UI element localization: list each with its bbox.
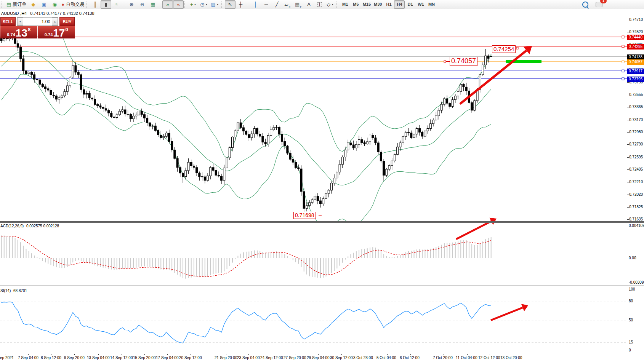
date-tick-mark xyxy=(410,354,411,355)
fibonacci-button[interactable]: ▦F xyxy=(293,0,304,9)
timeframe-h1[interactable]: H1 xyxy=(383,0,394,9)
pane-divider-macd[interactable] xyxy=(0,221,644,223)
date-tick-mark xyxy=(226,354,226,355)
timeframe-m1-label: M1 xyxy=(342,2,348,6)
timeframe-m30[interactable]: M30 xyxy=(372,0,383,9)
new-order-button-label: 新订单 xyxy=(13,1,26,8)
rsi-axis-label: 80 xyxy=(629,299,633,303)
sell-price-box[interactable]: 0.74 13 8 xyxy=(0,26,37,38)
macd-axis-label: 0.00 xyxy=(629,256,636,260)
timeframe-m5[interactable]: M5 xyxy=(351,0,361,9)
terminal-icon: ▣ xyxy=(42,2,46,7)
signals-button[interactable]: ◉ xyxy=(49,0,60,9)
icon-subscript: E xyxy=(289,6,291,8)
price-tick: 0.72405 xyxy=(629,167,643,171)
trendline-button[interactable]: ╱ xyxy=(272,0,282,9)
date-tick-mark xyxy=(444,354,444,355)
price-badge-0.74440: 0.74440 xyxy=(627,35,644,40)
terminal-button[interactable]: ▣ xyxy=(38,0,49,9)
price-tick-mark xyxy=(627,82,629,83)
timeframe-h4[interactable]: H4 xyxy=(394,0,405,9)
price-tick-mark xyxy=(627,120,629,120)
date-tick-mark xyxy=(467,354,468,355)
date-label: 11 Oct 04:00 xyxy=(456,356,477,360)
timeframe-w1-label: W1 xyxy=(418,2,424,6)
bar-chart-icon: ║ xyxy=(94,2,97,7)
date-tick-mark xyxy=(74,354,75,355)
search-icon xyxy=(582,2,588,8)
macd-axis-label: -0.003097 xyxy=(629,280,644,284)
channel-button[interactable]: ▱E xyxy=(282,0,293,9)
rsi-axis-label: 15 xyxy=(629,340,633,344)
price-tick-mark xyxy=(627,144,629,145)
chart-shift-button[interactable]: « xyxy=(173,0,184,9)
notifications-button[interactable]: 1 xyxy=(594,0,604,9)
date-tick-mark xyxy=(248,354,249,355)
line-chart-button[interactable]: ≈ xyxy=(111,0,122,9)
indicators-button[interactable]: +▼ xyxy=(188,0,199,9)
bar-chart-button[interactable]: ║ xyxy=(90,0,101,9)
metaeditor-button[interactable]: ◆ xyxy=(28,0,38,9)
date-label: 13 Sep 04:00 xyxy=(87,356,110,360)
date-tick-mark xyxy=(98,354,99,355)
chart-window[interactable] xyxy=(0,10,644,361)
text-label-button[interactable]: T xyxy=(314,0,325,9)
price-tick: 0.74710 xyxy=(629,18,643,22)
buy-button[interactable]: BUY xyxy=(59,17,75,26)
date-tick-mark xyxy=(387,354,388,355)
price-tick: 0.71635 xyxy=(629,217,643,221)
horizontal-line-button[interactable]: ─ xyxy=(261,0,272,9)
candlestick-chart-button[interactable]: ▮ xyxy=(101,0,111,9)
vertical-line-icon: │ xyxy=(254,2,257,7)
price-label-high[interactable]: 0.74254 xyxy=(492,45,516,53)
crosshair-button[interactable]: ┼ xyxy=(235,0,246,9)
date-label: ep 2021 xyxy=(0,356,14,360)
date-label: 3 Oct 23:00 xyxy=(353,356,373,360)
price-label-resistance[interactable]: 0.74057 xyxy=(450,57,477,66)
volume-down-button[interactable]: ▼ xyxy=(17,18,23,26)
rsi-indicator-label: SI(14) 68.8701 xyxy=(0,289,27,293)
timeframe-d1[interactable]: D1 xyxy=(405,0,415,9)
zoom-in-button[interactable]: ⊕ xyxy=(126,0,137,9)
price-axis[interactable]: 0.747100.745200.743250.739400.737500.735… xyxy=(627,10,644,354)
date-tick-mark xyxy=(490,354,490,355)
templates-button[interactable]: ▨▼ xyxy=(209,0,220,9)
date-tick-mark xyxy=(512,354,512,355)
volume-up-button[interactable]: ▲ xyxy=(52,18,58,26)
date-tick-mark xyxy=(272,354,272,355)
volume-input[interactable] xyxy=(23,18,52,26)
price-tick-mark xyxy=(627,169,629,170)
horizontal-line-icon: ─ xyxy=(264,2,268,7)
tile-windows-button[interactable]: ▦ xyxy=(147,0,158,9)
trendline-icon: ╱ xyxy=(276,2,279,7)
vertical-line-button[interactable]: │ xyxy=(250,0,261,9)
text-button[interactable]: A xyxy=(304,0,314,9)
timeframe-w1[interactable]: W1 xyxy=(415,0,426,9)
timeframe-m15[interactable]: M15 xyxy=(361,0,372,9)
date-axis[interactable]: ep 20217 Sep 04:008 Sep 12:009 Sep 20:00… xyxy=(0,354,644,361)
price-badge-0.73795: 0.73795 xyxy=(627,77,644,82)
cursor-button[interactable]: ↖ xyxy=(225,0,235,9)
price-tick: 0.72020 xyxy=(629,192,643,196)
price-label-low[interactable]: 0.71698 xyxy=(293,212,316,219)
periods-button[interactable]: ◷▼ xyxy=(199,0,209,9)
date-label: 5 Oct 04:00 xyxy=(376,356,396,360)
buy-price-sup: 0 xyxy=(65,27,68,32)
chart-shift-icon: « xyxy=(177,2,180,7)
buy-price-box[interactable]: 0.74 17 0 xyxy=(38,26,75,38)
one-click-trading-widget: SELL ▼ ▲ BUY 0.74 13 8 0.74 17 0 xyxy=(0,17,75,38)
auto-scroll-button[interactable]: » xyxy=(162,0,173,9)
timeframe-m1[interactable]: M1 xyxy=(340,0,351,9)
autotrading-button[interactable]: ●自动交易 xyxy=(60,0,86,9)
search-button[interactable] xyxy=(580,0,591,9)
new-order-button[interactable]: ▤新订单 xyxy=(5,0,28,9)
shapes-button[interactable]: ◇▼ xyxy=(325,0,336,9)
sell-button[interactable]: SELL xyxy=(0,17,16,26)
price-tick: 0.71825 xyxy=(629,205,643,209)
timeframe-mn[interactable]: MN xyxy=(426,0,437,9)
date-label: 20 Sep 12:00 xyxy=(179,356,202,360)
price-tick: 0.74520 xyxy=(629,30,643,34)
pane-divider-rsi[interactable] xyxy=(0,286,644,287)
zoom-out-button[interactable]: ⊖ xyxy=(137,0,147,9)
zoom-in-icon: ⊕ xyxy=(130,2,134,7)
